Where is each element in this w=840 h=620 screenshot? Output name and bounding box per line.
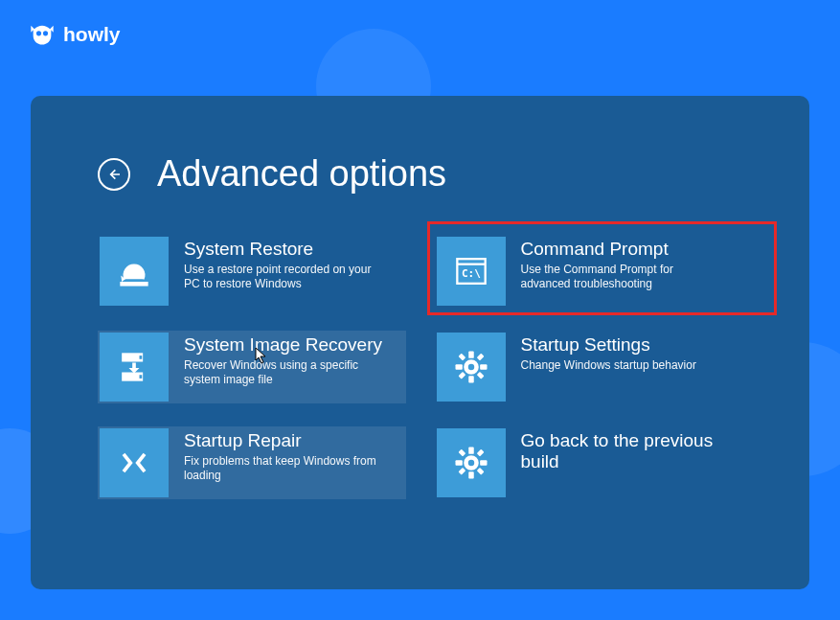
startup-settings-icon [437, 333, 506, 402]
svg-rect-22 [455, 460, 462, 466]
svg-rect-14 [480, 364, 487, 370]
svg-rect-24 [458, 449, 465, 457]
page-title: Advanced options [157, 153, 446, 195]
svg-point-0 [36, 31, 41, 35]
option-title: Go back to the previous build [521, 430, 741, 472]
options-grid: System Restore Use a restore point recor… [98, 235, 742, 499]
svg-point-19 [465, 458, 476, 469]
svg-rect-11 [468, 352, 474, 358]
option-desc: Use a restore point recorded on your PC … [184, 263, 385, 292]
svg-rect-16 [476, 372, 484, 379]
svg-rect-15 [458, 354, 465, 361]
option-command-prompt[interactable]: C:\ Command Prompt Use the Command Promp… [435, 235, 743, 308]
option-title: Command Prompt [521, 239, 722, 260]
startup-repair-icon [100, 428, 169, 497]
option-text: System Restore Use a restore point recor… [184, 237, 385, 292]
option-desc: Recover Windows using a specific system … [184, 358, 385, 388]
option-system-image-recovery[interactable]: System Image Recovery Recover Windows us… [98, 331, 406, 403]
option-system-restore[interactable]: System Restore Use a restore point recor… [98, 235, 406, 308]
arrow-left-icon [106, 167, 122, 182]
svg-point-10 [465, 362, 476, 373]
windows-recovery-panel: Advanced options System Restore Use a re… [31, 96, 809, 589]
svg-rect-23 [480, 460, 487, 466]
option-text: Startup Settings Change Windows startup … [521, 333, 696, 373]
option-title: System Restore [184, 239, 385, 260]
svg-rect-7 [140, 356, 143, 359]
option-title: Startup Settings [521, 334, 696, 356]
svg-text:C:\: C:\ [461, 267, 480, 280]
svg-point-1 [43, 31, 48, 35]
svg-rect-18 [458, 372, 465, 379]
option-desc: Fix problems that keep Windows from load… [184, 454, 385, 484]
command-prompt-icon: C:\ [437, 237, 506, 306]
option-text: Command Prompt Use the Command Prompt fo… [521, 237, 722, 292]
option-text: Go back to the previous build [521, 428, 741, 475]
back-button[interactable] [98, 158, 130, 191]
header-row: Advanced options [98, 153, 742, 195]
svg-rect-20 [468, 448, 474, 454]
brand-name: howly [63, 23, 121, 46]
svg-rect-27 [458, 468, 465, 475]
option-title: System Image Recovery [184, 334, 385, 356]
svg-point-2 [132, 270, 136, 274]
system-image-recovery-icon [100, 333, 169, 402]
owl-icon [29, 21, 56, 48]
svg-rect-13 [455, 364, 462, 370]
howly-logo: howly [29, 21, 121, 48]
option-title: Startup Repair [184, 430, 385, 451]
svg-rect-12 [468, 376, 474, 382]
svg-rect-9 [140, 375, 143, 379]
option-startup-settings[interactable]: Startup Settings Change Windows startup … [435, 331, 743, 403]
option-startup-repair[interactable]: Startup Repair Fix problems that keep Wi… [98, 426, 406, 499]
option-text: Startup Repair Fix problems that keep Wi… [184, 428, 385, 484]
svg-rect-21 [468, 471, 474, 478]
svg-rect-26 [476, 449, 484, 457]
previous-build-icon [437, 428, 506, 497]
system-restore-icon [100, 237, 169, 306]
option-previous-build[interactable]: Go back to the previous build [435, 426, 743, 499]
option-desc: Change Windows startup behavior [521, 358, 696, 374]
option-desc: Use the Command Prompt for advanced trou… [521, 263, 722, 292]
option-text: System Image Recovery Recover Windows us… [184, 333, 385, 388]
svg-rect-25 [476, 468, 484, 475]
svg-rect-17 [476, 354, 484, 361]
